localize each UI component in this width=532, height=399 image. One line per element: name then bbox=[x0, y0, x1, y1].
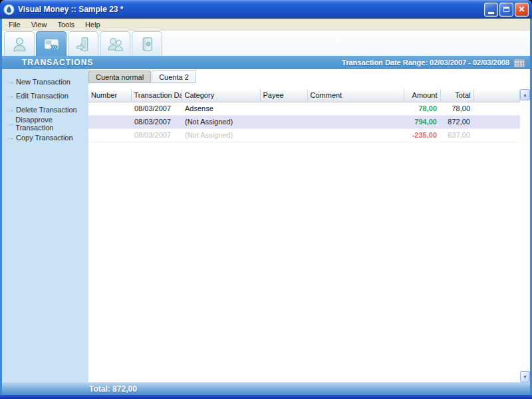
table-row-selected[interactable]: 08/03/2007 (Not Assigned) 794,00 872,00 bbox=[88, 115, 520, 128]
arrow-icon: → bbox=[7, 78, 16, 85]
sidebar-item-label: Disapprove Transaction bbox=[15, 116, 88, 132]
table-header-row: Number Transaction Date Category Payee C… bbox=[88, 89, 520, 102]
window-bottom-border bbox=[0, 395, 532, 399]
sidebar-item-copy-transaction[interactable]: → Copy Transaction bbox=[2, 130, 88, 144]
account-tabs: Cuenta normal Cuenta 2 bbox=[88, 69, 530, 83]
cell-amount: 78,00 bbox=[404, 102, 440, 115]
arrow-icon: → bbox=[7, 120, 15, 127]
sidebar-item-label: New Transaction bbox=[16, 78, 70, 86]
notebook-icon bbox=[138, 35, 156, 53]
close-button[interactable]: ✕ bbox=[515, 3, 529, 17]
calendar-button[interactable] bbox=[513, 58, 525, 68]
sidebar-item-delete-transaction[interactable]: → Delete Transaction bbox=[2, 102, 88, 116]
cell-category: (Not Assigned) bbox=[182, 128, 260, 142]
scroll-up-button[interactable]: ▲ bbox=[520, 89, 530, 100]
cell-category: (Not Assigned) bbox=[182, 115, 260, 128]
col-header-amount[interactable]: Amount bbox=[404, 89, 440, 102]
tabs-spacer bbox=[88, 83, 530, 89]
scroll-down-icon: ▼ bbox=[523, 374, 527, 379]
col-header-total[interactable]: Total bbox=[440, 89, 473, 102]
menu-bar: File View Tools Help bbox=[2, 19, 530, 31]
cell-total: 872,00 bbox=[440, 115, 473, 128]
cell-date: 08/03/2007 bbox=[131, 128, 182, 142]
section-header: TRANSACTIONS Transaction Date Range: 02/… bbox=[2, 56, 530, 69]
cell-number bbox=[88, 128, 131, 142]
vertical-scrollbar[interactable]: ▲ ▼ bbox=[520, 89, 530, 382]
col-header-payee[interactable]: Payee bbox=[260, 89, 307, 102]
maximize-button[interactable] bbox=[499, 3, 513, 17]
sidebar-item-label: Edit Transaction bbox=[16, 92, 68, 100]
user-icon bbox=[11, 35, 29, 53]
scroll-down-button[interactable]: ▼ bbox=[520, 371, 530, 382]
toolbar-tab-payees[interactable] bbox=[100, 31, 130, 56]
door-icon bbox=[74, 35, 92, 53]
close-icon: ✕ bbox=[518, 5, 525, 13]
col-header-category[interactable]: Category bbox=[182, 89, 260, 102]
status-total-label: Total: 872,00 bbox=[89, 384, 137, 394]
col-header-transaction-date[interactable]: Transaction Date bbox=[131, 89, 182, 102]
maximize-icon bbox=[503, 7, 509, 12]
sidebar-item-new-transaction[interactable]: → New Transaction bbox=[2, 74, 88, 88]
arrow-icon: → bbox=[7, 134, 16, 141]
sidebar-item-label: Copy Transaction bbox=[16, 134, 73, 142]
app-window: Visual Money :: Sample 23 * ✕ File View … bbox=[0, 0, 532, 399]
tab-cuenta-2[interactable]: Cuenta 2 bbox=[152, 70, 196, 83]
toolbar-tab-accounts[interactable] bbox=[4, 31, 35, 56]
cell-number bbox=[88, 115, 131, 128]
title-bar: Visual Money :: Sample 23 * ✕ bbox=[0, 0, 532, 19]
cell-comment bbox=[307, 102, 404, 115]
sidebar-item-disapprove-transaction[interactable]: → Disapprove Transaction bbox=[2, 116, 88, 130]
date-range-label: Transaction Date Range: 02/03/2007 - 02/… bbox=[342, 59, 509, 66]
scroll-up-icon: ▲ bbox=[523, 92, 527, 97]
arrow-icon: → bbox=[7, 92, 16, 99]
cell-date: 08/03/2007 bbox=[131, 102, 182, 115]
app-logo-icon bbox=[3, 4, 15, 15]
cell-payee bbox=[260, 102, 307, 115]
col-header-filler bbox=[473, 89, 520, 102]
status-bar: Total: 872,00 bbox=[2, 382, 530, 395]
transactions-card-icon bbox=[43, 35, 61, 53]
col-header-comment[interactable]: Comment bbox=[307, 89, 404, 102]
cell-category: Adsense bbox=[182, 102, 260, 115]
calendar-icon bbox=[513, 58, 525, 68]
sidebar-item-edit-transaction[interactable]: → Edit Transaction bbox=[2, 88, 88, 102]
table-row[interactable]: 08/03/2007 Adsense 78,00 78,00 bbox=[88, 102, 520, 115]
cell-amount: -235,00 bbox=[404, 128, 440, 142]
page-title: TRANSACTIONS bbox=[22, 58, 93, 67]
cell-total: 637,00 bbox=[440, 128, 473, 142]
cell-date: 08/03/2007 bbox=[131, 115, 182, 128]
menu-file[interactable]: File bbox=[3, 19, 26, 30]
cell-amount: 794,00 bbox=[404, 115, 440, 128]
content-area: Cuenta normal Cuenta 2 Number bbox=[88, 69, 530, 382]
sidebar-item-label: Delete Transaction bbox=[16, 106, 77, 114]
col-header-number[interactable]: Number bbox=[88, 89, 131, 102]
cell-payee bbox=[260, 115, 307, 128]
toolbar-tab-transactions[interactable] bbox=[36, 31, 66, 56]
cell-number bbox=[88, 102, 131, 115]
arrow-icon: → bbox=[7, 106, 16, 113]
cell-payee bbox=[260, 128, 307, 142]
toolbar-tab-transfers[interactable] bbox=[68, 31, 98, 56]
cell-comment bbox=[307, 115, 404, 128]
window-title: Visual Money :: Sample 23 * bbox=[18, 5, 484, 14]
transactions-grid: Number Transaction Date Category Payee C… bbox=[88, 89, 520, 382]
toolbar bbox=[2, 31, 530, 56]
cell-comment bbox=[307, 128, 404, 142]
toolbar-tab-categories[interactable] bbox=[132, 31, 162, 56]
tab-cuenta-normal[interactable]: Cuenta normal bbox=[88, 70, 151, 83]
minimize-button[interactable] bbox=[484, 3, 498, 17]
menu-view[interactable]: View bbox=[26, 19, 53, 30]
menu-help[interactable]: Help bbox=[80, 19, 106, 30]
users-icon bbox=[106, 35, 124, 53]
table-row-disabled[interactable]: 08/03/2007 (Not Assigned) -235,00 637,00 bbox=[88, 128, 520, 142]
menu-tools[interactable]: Tools bbox=[52, 19, 80, 30]
minimize-icon bbox=[488, 12, 494, 14]
sidebar: → New Transaction → Edit Transaction → D… bbox=[2, 69, 88, 382]
cell-total: 78,00 bbox=[440, 102, 473, 115]
